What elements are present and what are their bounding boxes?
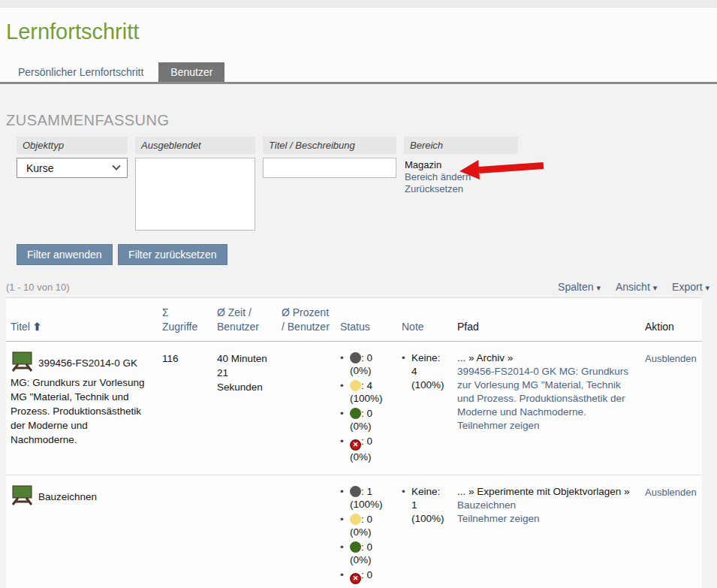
cell-note: •Keine: 4 (100%) [397,342,453,475]
path-course-link[interactable]: Bauzeichnen [457,499,516,512]
status-in-progress-icon [350,514,361,525]
page: Lernfortschritt Persönlicher Lernfortsch… [0,0,717,588]
objekttyp-label: Objekttyp [17,137,128,154]
status-in-progress-icon [350,380,361,391]
note-value: Keine: 1 (100%) [411,486,444,524]
course-icon [11,351,33,375]
path-course-link[interactable]: 399456-FS2014-0 GK MG: Grundkurs zur Vor… [457,365,634,419]
status-failed-icon: ✕ [350,439,361,451]
bullet-icon: • [340,379,344,392]
column-header-prozent[interactable]: Ø Prozent / Benutzer [277,298,336,342]
top-strip [0,0,717,8]
filter-ausgeblendet: Ausgeblendet [135,137,255,231]
cell-pfad: ... » Archiv » 399456-FS2014-0 GK MG: Gr… [453,342,640,475]
titel-beschreibung-label: Titel / Beschreibung [263,137,396,154]
column-header-status[interactable]: Status [336,298,397,342]
filter-objekttyp: Objekttyp Kurse [17,137,128,178]
cell-prozent [277,342,336,475]
ausgeblendet-label: Ausgeblendet [135,137,255,154]
teilnehmer-zeigen-link[interactable]: Teilnehmer zeigen [457,512,540,526]
column-header-aktion: Aktion [640,298,702,342]
bullet-icon: • [340,407,344,420]
bullet-icon: • [402,485,405,499]
cell-note: •Keine: 1 (100%) [397,475,453,588]
bullet-icon: • [340,435,344,448]
cell-titel: 399456-FS2014-0 GK MG: Grundkurs zur Vor… [6,342,158,475]
course-title: Bauzeichnen [38,491,97,502]
ausblenden-link[interactable]: Ausblenden [645,351,697,366]
chevron-down-icon [112,161,120,170]
note-value: Keine: 4 (100%) [411,352,444,390]
table-row: 399456-FS2014-0 GK MG: Grundkurs zur Vor… [6,342,702,475]
cell-zeit: 40 Minuten 21 Sekunden [212,342,277,475]
table-menus: Spalten ▾ Ansicht ▾ Export ▾ [546,281,709,293]
results-table-container: Titel ⬆ Σ Zugriffe Ø Zeit / Benutzer Ø P… [6,297,702,588]
cell-status: •: 0 (0%) •: 4 (100%) •: 0 (0%) •✕: 0 (0… [336,342,397,475]
filter-panel: Objekttyp Kurse Ausgeblendet Titel / Bes… [17,137,717,231]
ausblenden-link[interactable]: Ausblenden [645,485,697,499]
path-prefix: ... » Archiv » [457,352,513,363]
results-table: Titel ⬆ Σ Zugriffe Ø Zeit / Benutzer Ø P… [6,298,702,588]
column-header-zeit[interactable]: Ø Zeit / Benutzer [212,298,277,342]
bullet-icon: • [402,351,405,365]
ausgeblendet-listbox[interactable] [135,158,255,231]
objekttyp-selected-value: Kurse [26,162,54,174]
tab-bar: Persönlicher Lernfortschritt Benutzer [0,62,717,84]
filter-anwenden-button[interactable]: Filter anwenden [17,244,113,265]
filter-buttons: Filter anwenden Filter zurücksetzen [17,244,717,265]
column-header-zugriffe[interactable]: Σ Zugriffe [158,298,212,342]
ansicht-menu[interactable]: Ansicht ▾ [616,281,657,293]
cell-prozent [277,475,336,588]
cell-zeit [212,475,277,588]
bereich-label: Bereich [404,137,518,154]
status-completed-icon [350,541,361,553]
teilnehmer-zeigen-link[interactable]: Teilnehmer zeigen [457,419,540,433]
status-not-attempted-icon [350,352,361,363]
filter-titel-beschreibung: Titel / Beschreibung [263,137,396,178]
chevron-down-icon: ▾ [596,283,601,292]
zuruecksetzen-link[interactable]: Zurücksetzen [405,183,463,195]
pagination-info: (1 - 10 von 10) [6,282,70,293]
bullet-icon: • [340,485,344,498]
filter-zuruecksetzen-button[interactable]: Filter zurücksetzen [118,244,227,265]
bullet-icon: • [340,513,344,526]
tab-persoenlicher-lernfortschritt[interactable]: Persönlicher Lernfortschritt [6,62,155,82]
cell-aktion: Ausblenden [640,475,702,588]
bullet-icon: • [340,541,344,553]
tab-benutzer[interactable]: Benutzer [158,62,224,82]
course-icon [11,485,33,509]
column-header-titel[interactable]: Titel ⬆ [6,298,158,342]
column-header-pfad: Pfad [453,298,640,342]
page-title: Lernfortschritt [0,8,717,44]
header: Lernfortschritt Persönlicher Lernfortsch… [0,8,717,84]
cell-status: •: 1 (100%) •: 0 (0%) •: 0 (0%) •✕: 0 [336,475,397,588]
status-completed-icon [350,408,361,419]
cell-pfad: ... » Experimente mit Objektvorlagen » B… [453,475,640,588]
table-toolbar: (1 - 10 von 10) Spalten ▾ Ansicht ▾ Expo… [6,281,709,293]
spalten-menu[interactable]: Spalten ▾ [558,281,601,293]
status-not-attempted-icon [350,486,361,497]
bullet-icon: • [340,568,344,581]
export-menu[interactable]: Export ▾ [672,281,709,293]
chevron-down-icon: ▾ [705,283,709,292]
summary-heading: ZUSAMMENFASSUNG [6,112,717,129]
status-failed-icon: ✕ [350,573,361,584]
objekttyp-select[interactable]: Kurse [17,158,128,178]
cell-zugriffe [158,475,212,588]
column-header-note[interactable]: Note [397,298,453,342]
path-prefix: ... » Experimente mit Objektvorlagen » [457,486,630,497]
chevron-down-icon: ▾ [653,283,658,292]
sort-ascending-icon: ⬆ [33,321,42,333]
cell-aktion: Ausblenden [640,342,702,475]
cell-zugriffe: 116 [158,342,212,475]
bullet-icon: • [340,351,344,364]
table-row: Bauzeichnen •: 1 (100%) •: 0 (0%) •: 0 (… [6,475,702,588]
table-header-row: Titel ⬆ Σ Zugriffe Ø Zeit / Benutzer Ø P… [6,298,702,342]
titel-beschreibung-input[interactable] [263,158,396,178]
cell-titel: Bauzeichnen [6,475,158,588]
